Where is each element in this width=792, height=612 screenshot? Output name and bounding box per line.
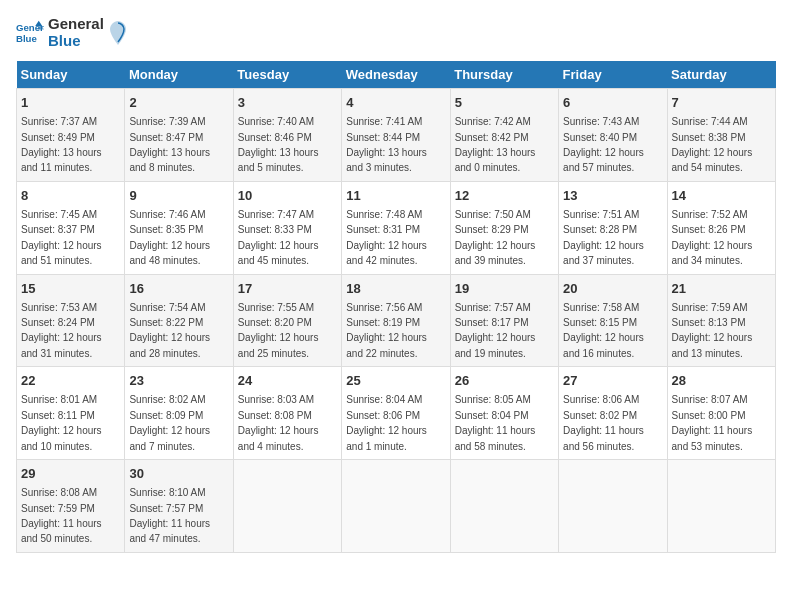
calendar-cell: 6Sunrise: 7:43 AMSunset: 8:40 PMDaylight…: [559, 89, 667, 182]
calendar-week-1: 1Sunrise: 7:37 AMSunset: 8:49 PMDaylight…: [17, 89, 776, 182]
sunrise-info: Sunrise: 7:41 AM: [346, 116, 422, 127]
sunset-info: Sunset: 8:24 PM: [21, 317, 95, 328]
calendar-cell: 22Sunrise: 8:01 AMSunset: 8:11 PMDayligh…: [17, 367, 125, 460]
sunrise-info: Sunrise: 8:05 AM: [455, 394, 531, 405]
day-number: 20: [563, 280, 662, 298]
daylight-label: Daylight: 11 hours and 47 minutes.: [129, 518, 210, 544]
day-number: 3: [238, 94, 337, 112]
day-number: 26: [455, 372, 554, 390]
sunset-info: Sunset: 8:08 PM: [238, 410, 312, 421]
calendar-header: SundayMondayTuesdayWednesdayThursdayFrid…: [17, 61, 776, 89]
daylight-label: Daylight: 12 hours and 39 minutes.: [455, 240, 536, 266]
sunrise-info: Sunrise: 8:10 AM: [129, 487, 205, 498]
day-number: 23: [129, 372, 228, 390]
sunrise-info: Sunrise: 7:50 AM: [455, 209, 531, 220]
sunset-info: Sunset: 8:44 PM: [346, 132, 420, 143]
daylight-label: Daylight: 12 hours and 10 minutes.: [21, 425, 102, 451]
daylight-label: Daylight: 12 hours and 57 minutes.: [563, 147, 644, 173]
day-number: 14: [672, 187, 771, 205]
calendar-cell: 10Sunrise: 7:47 AMSunset: 8:33 PMDayligh…: [233, 181, 341, 274]
sunset-info: Sunset: 7:59 PM: [21, 503, 95, 514]
daylight-label: Daylight: 12 hours and 7 minutes.: [129, 425, 210, 451]
calendar-cell: 23Sunrise: 8:02 AMSunset: 8:09 PMDayligh…: [125, 367, 233, 460]
sunrise-info: Sunrise: 7:53 AM: [21, 302, 97, 313]
sunset-info: Sunset: 8:49 PM: [21, 132, 95, 143]
calendar-week-3: 15Sunrise: 7:53 AMSunset: 8:24 PMDayligh…: [17, 274, 776, 367]
day-number: 24: [238, 372, 337, 390]
sunset-info: Sunset: 8:38 PM: [672, 132, 746, 143]
sunrise-info: Sunrise: 7:58 AM: [563, 302, 639, 313]
daylight-label: Daylight: 12 hours and 48 minutes.: [129, 240, 210, 266]
calendar-cell: 17Sunrise: 7:55 AMSunset: 8:20 PMDayligh…: [233, 274, 341, 367]
sunset-info: Sunset: 8:35 PM: [129, 224, 203, 235]
sunset-info: Sunset: 8:17 PM: [455, 317, 529, 328]
daylight-label: Daylight: 12 hours and 34 minutes.: [672, 240, 753, 266]
day-number: 1: [21, 94, 120, 112]
sunset-info: Sunset: 8:29 PM: [455, 224, 529, 235]
day-number: 16: [129, 280, 228, 298]
calendar-cell: 21Sunrise: 7:59 AMSunset: 8:13 PMDayligh…: [667, 274, 775, 367]
day-number: 2: [129, 94, 228, 112]
daylight-label: Daylight: 11 hours and 56 minutes.: [563, 425, 644, 451]
sunset-info: Sunset: 8:13 PM: [672, 317, 746, 328]
daylight-label: Daylight: 12 hours and 54 minutes.: [672, 147, 753, 173]
daylight-label: Daylight: 12 hours and 42 minutes.: [346, 240, 427, 266]
day-number: 6: [563, 94, 662, 112]
calendar-cell: 5Sunrise: 7:42 AMSunset: 8:42 PMDaylight…: [450, 89, 558, 182]
day-number: 29: [21, 465, 120, 483]
calendar-cell: 2Sunrise: 7:39 AMSunset: 8:47 PMDaylight…: [125, 89, 233, 182]
daylight-label: Daylight: 11 hours and 58 minutes.: [455, 425, 536, 451]
daylight-label: Daylight: 13 hours and 11 minutes.: [21, 147, 102, 173]
day-number: 13: [563, 187, 662, 205]
weekday-header-sunday: Sunday: [17, 61, 125, 89]
calendar-cell: 25Sunrise: 8:04 AMSunset: 8:06 PMDayligh…: [342, 367, 450, 460]
calendar-cell: 14Sunrise: 7:52 AMSunset: 8:26 PMDayligh…: [667, 181, 775, 274]
calendar-cell: 8Sunrise: 7:45 AMSunset: 8:37 PMDaylight…: [17, 181, 125, 274]
sunrise-info: Sunrise: 7:43 AM: [563, 116, 639, 127]
sunrise-info: Sunrise: 7:52 AM: [672, 209, 748, 220]
daylight-label: Daylight: 12 hours and 28 minutes.: [129, 332, 210, 358]
day-number: 25: [346, 372, 445, 390]
calendar-week-5: 29Sunrise: 8:08 AMSunset: 7:59 PMDayligh…: [17, 460, 776, 553]
sunrise-info: Sunrise: 7:55 AM: [238, 302, 314, 313]
calendar-week-2: 8Sunrise: 7:45 AMSunset: 8:37 PMDaylight…: [17, 181, 776, 274]
calendar-cell: 15Sunrise: 7:53 AMSunset: 8:24 PMDayligh…: [17, 274, 125, 367]
sunrise-info: Sunrise: 7:42 AM: [455, 116, 531, 127]
day-number: 21: [672, 280, 771, 298]
calendar-body: 1Sunrise: 7:37 AMSunset: 8:49 PMDaylight…: [17, 89, 776, 553]
sunset-info: Sunset: 8:02 PM: [563, 410, 637, 421]
sunset-info: Sunset: 8:19 PM: [346, 317, 420, 328]
calendar-cell: 12Sunrise: 7:50 AMSunset: 8:29 PMDayligh…: [450, 181, 558, 274]
weekday-header-saturday: Saturday: [667, 61, 775, 89]
day-number: 10: [238, 187, 337, 205]
calendar-cell: 27Sunrise: 8:06 AMSunset: 8:02 PMDayligh…: [559, 367, 667, 460]
calendar-cell: [233, 460, 341, 553]
day-number: 22: [21, 372, 120, 390]
calendar-cell: 16Sunrise: 7:54 AMSunset: 8:22 PMDayligh…: [125, 274, 233, 367]
sunset-info: Sunset: 8:15 PM: [563, 317, 637, 328]
sunset-info: Sunset: 8:04 PM: [455, 410, 529, 421]
sunset-info: Sunset: 8:42 PM: [455, 132, 529, 143]
calendar-cell: 7Sunrise: 7:44 AMSunset: 8:38 PMDaylight…: [667, 89, 775, 182]
daylight-label: Daylight: 12 hours and 37 minutes.: [563, 240, 644, 266]
calendar-cell: [342, 460, 450, 553]
calendar-table: SundayMondayTuesdayWednesdayThursdayFrid…: [16, 61, 776, 553]
sunset-info: Sunset: 8:11 PM: [21, 410, 95, 421]
weekday-header-tuesday: Tuesday: [233, 61, 341, 89]
logo-wave-icon: [108, 19, 128, 47]
sunset-info: Sunset: 8:20 PM: [238, 317, 312, 328]
weekday-header-friday: Friday: [559, 61, 667, 89]
sunrise-info: Sunrise: 8:04 AM: [346, 394, 422, 405]
sunrise-info: Sunrise: 8:02 AM: [129, 394, 205, 405]
calendar-cell: 9Sunrise: 7:46 AMSunset: 8:35 PMDaylight…: [125, 181, 233, 274]
calendar-cell: 20Sunrise: 7:58 AMSunset: 8:15 PMDayligh…: [559, 274, 667, 367]
logo-blue: Blue: [48, 33, 104, 50]
day-number: 7: [672, 94, 771, 112]
sunrise-info: Sunrise: 8:03 AM: [238, 394, 314, 405]
logo-icon: General Blue: [16, 19, 44, 47]
day-number: 5: [455, 94, 554, 112]
calendar-cell: [559, 460, 667, 553]
sunrise-info: Sunrise: 8:08 AM: [21, 487, 97, 498]
daylight-label: Daylight: 12 hours and 19 minutes.: [455, 332, 536, 358]
calendar-cell: 24Sunrise: 8:03 AMSunset: 8:08 PMDayligh…: [233, 367, 341, 460]
